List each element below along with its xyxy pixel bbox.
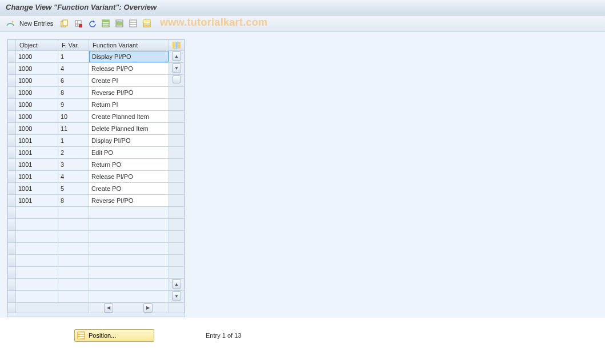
function-variant-cell[interactable] [89,87,169,98]
row-selector[interactable] [8,279,16,291]
function-variant-cell[interactable] [89,267,169,278]
row-selector[interactable] [8,255,16,267]
row-selector[interactable] [8,291,16,303]
function-variant-cell[interactable] [89,183,169,194]
fvar-cell[interactable] [58,51,89,62]
vertical-scroll-track[interactable] [169,219,185,231]
fvar-cell[interactable] [58,75,89,86]
function-variant-cell[interactable] [89,291,169,302]
function-variant-cell[interactable] [89,51,169,62]
function-variant-cell[interactable] [89,135,169,146]
function-variant-cell[interactable] [89,75,169,86]
row-selector[interactable] [8,243,16,255]
function-variant-cell[interactable] [89,219,169,230]
vertical-scroll-track[interactable]: ▼ [169,63,185,75]
fvar-cell[interactable] [58,87,89,98]
vertical-scroll-track[interactable] [169,159,185,171]
fvar-cell[interactable] [58,123,89,134]
object-cell[interactable] [16,183,58,194]
vertical-scroll-track[interactable] [169,171,185,183]
function-variant-cell[interactable] [89,171,169,182]
scroll-up-icon[interactable]: ▲ [172,51,181,61]
other-view-icon[interactable] [5,18,16,29]
row-selector[interactable] [8,219,16,231]
object-cell[interactable] [16,159,58,170]
vertical-scroll-track[interactable] [169,267,185,279]
column-header-object[interactable]: Object [16,40,58,51]
function-variant-cell[interactable] [89,255,169,266]
print-icon[interactable] [141,18,153,29]
fvar-cell[interactable] [58,267,89,278]
vertical-scroll-track[interactable] [169,183,185,195]
object-cell[interactable] [16,171,58,182]
row-selector-header[interactable] [8,40,16,51]
copy-as-icon[interactable] [59,18,70,29]
vertical-scroll-track[interactable] [169,195,185,207]
select-block-icon[interactable] [114,18,125,29]
fvar-cell[interactable] [58,135,89,146]
fvar-cell[interactable] [58,279,89,290]
object-cell[interactable] [16,207,58,218]
fvar-cell[interactable] [58,255,89,266]
undo-icon[interactable] [86,18,98,29]
vertical-scroll-track[interactable] [169,243,185,255]
row-selector[interactable] [8,159,16,171]
fvar-cell[interactable] [58,195,89,206]
scroll-left-icon[interactable]: ◀ [104,303,113,313]
delete-icon[interactable] [73,18,84,29]
fvar-cell[interactable] [58,243,89,254]
function-variant-cell[interactable] [89,111,169,122]
table-settings-icon[interactable] [169,40,185,51]
object-cell[interactable] [16,255,58,266]
row-selector[interactable] [8,195,16,207]
deselect-all-icon[interactable] [127,18,139,29]
fvar-cell[interactable] [58,99,89,110]
scroll-down-icon[interactable]: ▼ [172,291,181,301]
fvar-cell[interactable] [58,231,89,242]
new-entries-button[interactable]: New Entries [18,20,57,27]
object-cell[interactable] [16,111,58,122]
column-header-fvar[interactable]: F. Var. [58,40,89,51]
object-cell[interactable] [16,99,58,110]
function-variant-cell[interactable] [89,159,169,170]
fvar-cell[interactable] [58,63,89,74]
object-cell[interactable] [16,63,58,74]
vertical-scroll-track[interactable] [169,111,185,123]
row-selector[interactable] [8,63,16,75]
function-variant-cell[interactable] [89,147,169,158]
fvar-cell[interactable] [58,171,89,182]
select-all-icon[interactable] [100,18,111,29]
fvar-cell[interactable] [58,291,89,302]
row-selector[interactable] [8,231,16,243]
vertical-scroll-track[interactable] [169,147,185,159]
object-cell[interactable] [16,51,58,62]
vertical-scroll-track[interactable]: ▲ [169,279,185,291]
vertical-scroll-track[interactable] [169,135,185,147]
row-selector[interactable] [8,123,16,135]
vertical-scroll-track[interactable]: ▼ [169,291,185,303]
function-variant-cell[interactable] [89,243,169,254]
object-cell[interactable] [16,279,58,290]
row-selector[interactable] [8,267,16,279]
vertical-scroll-track[interactable]: ▲ [169,51,185,63]
column-header-function-variant[interactable]: Function Variant [89,40,169,51]
row-selector[interactable] [8,207,16,219]
object-cell[interactable] [16,291,58,302]
row-selector[interactable] [8,51,16,63]
fvar-cell[interactable] [58,183,89,194]
scroll-thumb[interactable] [173,75,181,83]
fvar-cell[interactable] [58,159,89,170]
fvar-cell[interactable] [58,207,89,218]
function-variant-cell[interactable] [89,195,169,206]
vertical-scroll-track[interactable] [169,87,185,99]
vertical-scroll-track[interactable] [169,75,185,87]
row-selector[interactable] [8,147,16,159]
object-cell[interactable] [16,135,58,146]
object-cell[interactable] [16,231,58,242]
function-variant-cell[interactable] [89,123,169,134]
object-cell[interactable] [16,267,58,278]
position-button[interactable]: Position... [74,329,154,342]
function-variant-cell[interactable] [89,63,169,74]
object-cell[interactable] [16,147,58,158]
fvar-cell[interactable] [58,219,89,230]
